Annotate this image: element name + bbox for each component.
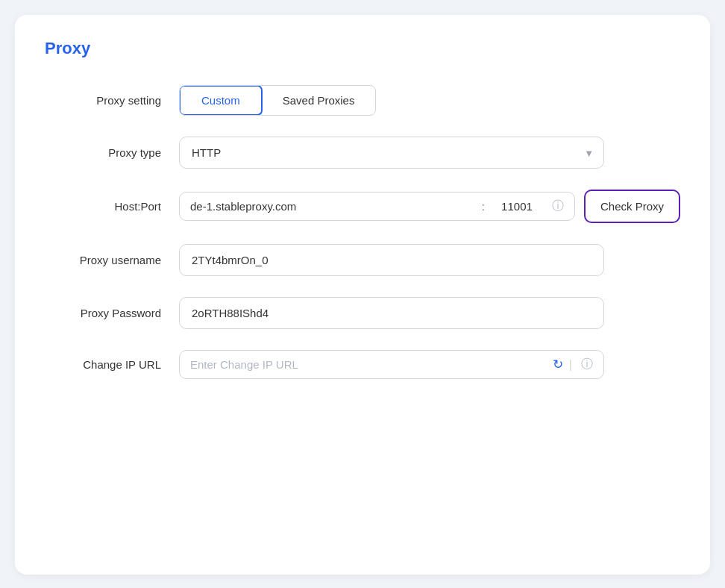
proxy-type-select-wrapper: HTTP HTTPS SOCKS4 SOCKS5 ▼ — [179, 137, 604, 169]
proxy-password-row: Proxy Password — [45, 297, 680, 329]
proxy-password-input[interactable] — [179, 297, 604, 329]
info-icon-2[interactable]: ⓘ — [581, 357, 593, 372]
info-icon[interactable]: ⓘ — [552, 198, 564, 214]
change-ip-url-label: Change IP URL — [45, 358, 179, 371]
proxy-setting-toggle-group: Custom Saved Proxies — [179, 85, 376, 116]
proxy-card: Proxy Proxy setting Custom Saved Proxies… — [15, 15, 710, 575]
refresh-icon[interactable]: ↻ — [553, 357, 563, 372]
divider: | — [569, 358, 572, 372]
change-ip-url-content: ↻ | ⓘ — [179, 350, 680, 379]
port-input[interactable] — [491, 200, 543, 213]
host-port-group: : ⓘ — [179, 192, 575, 221]
proxy-type-select[interactable]: HTTP HTTPS SOCKS4 SOCKS5 — [179, 137, 604, 169]
proxy-username-content — [179, 244, 680, 276]
proxy-type-row: Proxy type HTTP HTTPS SOCKS4 SOCKS5 ▼ — [45, 137, 680, 169]
proxy-setting-content: Custom Saved Proxies — [179, 85, 680, 116]
check-proxy-button[interactable]: Check Proxy — [584, 190, 680, 223]
proxy-username-row: Proxy username — [45, 244, 680, 276]
page-title: Proxy — [45, 39, 680, 58]
change-ip-url-input[interactable] — [190, 358, 547, 371]
host-port-label: Host:Port — [45, 200, 179, 213]
change-ip-url-row: Change IP URL ↻ | ⓘ — [45, 350, 680, 379]
port-separator: : — [482, 200, 485, 213]
proxy-username-input[interactable] — [179, 244, 604, 276]
proxy-setting-row: Proxy setting Custom Saved Proxies — [45, 85, 680, 116]
host-port-row: Host:Port : ⓘ Check Proxy — [45, 190, 680, 223]
tab-custom[interactable]: Custom — [179, 85, 263, 116]
proxy-password-content — [179, 297, 680, 329]
host-port-content: : ⓘ Check Proxy — [179, 190, 680, 223]
proxy-username-label: Proxy username — [45, 254, 179, 266]
host-input[interactable] — [190, 200, 476, 213]
proxy-setting-label: Proxy setting — [45, 94, 179, 107]
proxy-password-label: Proxy Password — [45, 307, 179, 319]
change-ip-url-group: ↻ | ⓘ — [179, 350, 604, 379]
proxy-type-label: Proxy type — [45, 146, 179, 159]
proxy-type-content: HTTP HTTPS SOCKS4 SOCKS5 ▼ — [179, 137, 680, 169]
tab-saved-proxies[interactable]: Saved Proxies — [262, 86, 376, 115]
